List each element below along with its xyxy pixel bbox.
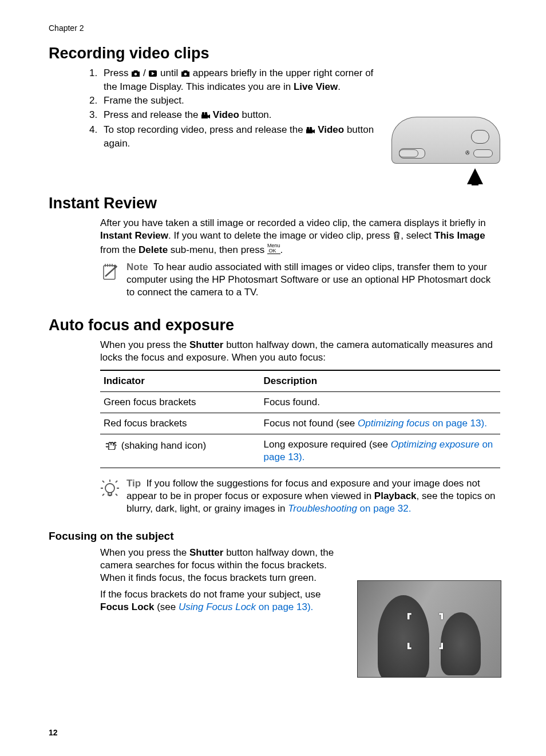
svg-point-6	[307, 126, 310, 129]
heading-recording-video: Recording video clips	[49, 43, 500, 64]
svg-point-2	[184, 73, 187, 76]
focus-table: Indicator Description Green focus bracke…	[100, 370, 500, 468]
camera-switch-icon	[399, 149, 418, 157]
auto-focus-intro: When you press the Shutter button halfwa…	[100, 339, 500, 364]
focus-bracket-right-icon: ⸣⸥	[438, 610, 444, 652]
page-number: 12	[49, 727, 58, 738]
camera-diagram: ◧/▭ ✇	[391, 111, 500, 184]
video-icon	[306, 125, 315, 137]
svg-point-0	[134, 73, 137, 76]
focus-bracket-left-icon: ⸢⸤	[406, 610, 413, 652]
link-optimizing-focus[interactable]: Optimizing focus	[358, 418, 430, 429]
heading-instant-review: Instant Review	[49, 193, 500, 213]
trash-icon	[393, 231, 401, 243]
svg-point-10	[105, 484, 114, 493]
menu-ok-icon: Menu OK	[267, 243, 280, 254]
video-icon	[201, 110, 210, 122]
table-row: (shaking hand icon) Long exposure requir…	[100, 434, 500, 468]
lightbulb-icon	[100, 477, 120, 515]
svg-point-7	[310, 126, 312, 129]
camera-icon	[181, 68, 190, 81]
camera-icon	[131, 68, 140, 81]
focusing-para-1: When you press the Shutter button halfwa…	[100, 547, 500, 584]
tip-block: Tip If you follow the suggestions for fo…	[100, 477, 500, 515]
svg-point-4	[205, 112, 208, 114]
link-optimizing-exposure[interactable]: Optimizing exposure	[391, 439, 480, 450]
shaking-hand-icon	[104, 438, 118, 453]
camera-button-icon	[473, 149, 493, 157]
table-row: Green focus brackets Focus found.	[100, 391, 500, 413]
th-description: Description	[260, 370, 500, 392]
step-1: Press / until appears briefly in the upp…	[100, 67, 500, 93]
note-block: Note To hear audio associated with still…	[100, 261, 500, 299]
link-focus-lock[interactable]: Using Focus Lock	[179, 601, 256, 612]
table-row: Red focus brackets Focus not found (see …	[100, 413, 500, 434]
th-indicator: Indicator	[100, 370, 260, 392]
playback-icon	[148, 68, 157, 81]
link-troubleshooting[interactable]: Troubleshooting	[288, 503, 357, 514]
heading-focusing-subject: Focusing on the subject	[49, 529, 500, 544]
svg-point-3	[202, 112, 205, 114]
step-2: Frame the subject.	[100, 94, 500, 107]
note-icon	[100, 261, 120, 299]
video-icon: ✇	[465, 150, 470, 157]
chapter-label: Chapter 2	[49, 23, 500, 33]
svg-rect-8	[306, 129, 312, 133]
svg-rect-5	[201, 114, 208, 118]
heading-auto-focus: Auto focus and exposure	[49, 315, 500, 335]
document-page: Chapter 2 Recording video clips ◧/▭ ✇ Pr…	[0, 0, 546, 756]
focus-example-image: ⸢⸤ ⸣⸥	[357, 580, 500, 676]
instant-review-body: After you have taken a still image or re…	[100, 217, 500, 256]
